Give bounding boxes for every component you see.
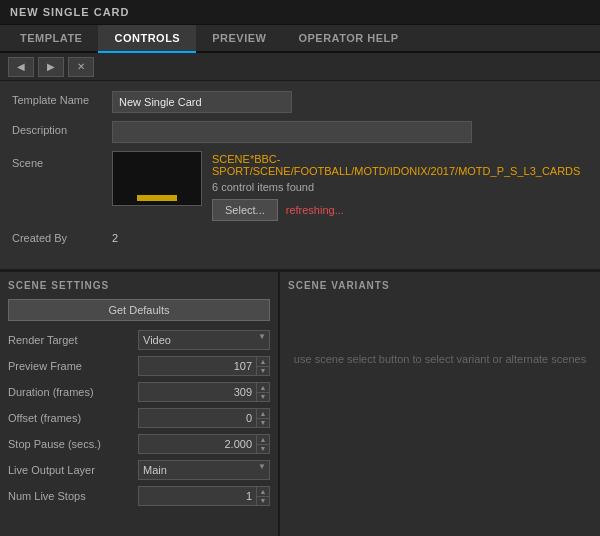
tab-preview[interactable]: PREVIEW — [196, 25, 282, 53]
preview-frame-arrows: ▲ ▼ — [256, 356, 270, 376]
render-target-row: Render Target Video Disk Preview — [8, 329, 270, 351]
refreshing-status: refreshing... — [286, 204, 344, 216]
description-label: Description — [12, 121, 112, 136]
form-area: Template Name Description Scene SCENE*BB… — [0, 81, 600, 270]
forward-button[interactable]: ▶ — [38, 57, 64, 77]
num-live-stops-spinbox: ▲ ▼ — [138, 486, 270, 506]
duration-input[interactable] — [138, 382, 256, 402]
scene-settings-panel: SCENE SETTINGS Get Defaults Render Targe… — [0, 270, 280, 536]
bottom-panels: SCENE SETTINGS Get Defaults Render Targe… — [0, 270, 600, 536]
duration-frames-value: ▲ ▼ — [138, 382, 270, 402]
thumbnail-bar — [137, 195, 177, 201]
preview-frame-up[interactable]: ▲ — [257, 357, 269, 367]
render-target-select-wrapper: Video Disk Preview — [138, 330, 270, 350]
stop-pause-spinbox: ▲ ▼ — [138, 434, 270, 454]
duration-up[interactable]: ▲ — [257, 383, 269, 393]
duration-down[interactable]: ▼ — [257, 393, 269, 402]
title-text: NEW SINGLE CARD — [10, 6, 130, 18]
stop-pause-input[interactable] — [138, 434, 256, 454]
scene-variants-placeholder: use scene select button to select varian… — [288, 351, 592, 369]
scene-row: Scene SCENE*BBC-SPORT/SCENE/FOOTBALL/MOT… — [12, 151, 588, 221]
title-bar: NEW SINGLE CARD — [0, 0, 600, 25]
num-live-stops-label: Num Live Stops — [8, 490, 138, 502]
created-by-label: Created By — [12, 229, 112, 244]
description-input[interactable] — [112, 121, 472, 143]
preview-frame-row: Preview Frame ▲ ▼ — [8, 355, 270, 377]
stop-pause-down[interactable]: ▼ — [257, 445, 269, 454]
scene-variants-title: SCENE VARIANTS — [288, 280, 592, 291]
num-live-stops-value: ▲ ▼ — [138, 486, 270, 506]
stop-pause-row: Stop Pause (secs.) ▲ ▼ — [8, 433, 270, 455]
render-target-select[interactable]: Video Disk Preview — [138, 330, 270, 350]
scene-content: SCENE*BBC-SPORT/SCENE/FOOTBALL/MOTD/IDON… — [112, 151, 588, 221]
back-button[interactable]: ◀ — [8, 57, 34, 77]
offset-frames-row: Offset (frames) ▲ ▼ — [8, 407, 270, 429]
get-defaults-button[interactable]: Get Defaults — [8, 299, 270, 321]
preview-frame-value: ▲ ▼ — [138, 356, 270, 376]
tab-controls[interactable]: CONTROLS — [98, 25, 196, 53]
num-live-stops-arrows: ▲ ▼ — [256, 486, 270, 506]
num-live-stops-down[interactable]: ▼ — [257, 497, 269, 506]
live-output-layer-row: Live Output Layer Main Overlay Sub — [8, 459, 270, 481]
scene-info: SCENE*BBC-SPORT/SCENE/FOOTBALL/MOTD/IDON… — [212, 151, 588, 221]
preview-frame-down[interactable]: ▼ — [257, 367, 269, 376]
offset-spinbox: ▲ ▼ — [138, 408, 270, 428]
live-output-layer-label: Live Output Layer — [8, 464, 138, 476]
num-live-stops-row: Num Live Stops ▲ ▼ — [8, 485, 270, 507]
duration-spinbox: ▲ ▼ — [138, 382, 270, 402]
preview-frame-label: Preview Frame — [8, 360, 138, 372]
scene-count: 6 control items found — [212, 181, 588, 193]
preview-frame-spinbox: ▲ ▼ — [138, 356, 270, 376]
stop-pause-label: Stop Pause (secs.) — [8, 438, 138, 450]
tab-template[interactable]: TEMPLATE — [4, 25, 98, 53]
created-by-value: 2 — [112, 229, 118, 244]
num-live-stops-input[interactable] — [138, 486, 256, 506]
stop-pause-arrows: ▲ ▼ — [256, 434, 270, 454]
toolbar: ◀ ▶ ✕ — [0, 53, 600, 81]
created-by-row: Created By 2 — [12, 229, 588, 251]
scene-settings-title: SCENE SETTINGS — [8, 280, 270, 291]
stop-pause-value: ▲ ▼ — [138, 434, 270, 454]
duration-frames-row: Duration (frames) ▲ ▼ — [8, 381, 270, 403]
offset-frames-value: ▲ ▼ — [138, 408, 270, 428]
scene-actions: Select... refreshing... — [212, 199, 588, 221]
render-target-value: Video Disk Preview — [138, 330, 270, 350]
duration-frames-label: Duration (frames) — [8, 386, 138, 398]
live-output-layer-value: Main Overlay Sub — [138, 460, 270, 480]
scene-thumbnail — [112, 151, 202, 206]
num-live-stops-up[interactable]: ▲ — [257, 487, 269, 497]
scene-label: Scene — [12, 151, 112, 169]
select-button[interactable]: Select... — [212, 199, 278, 221]
template-name-input[interactable] — [112, 91, 292, 113]
tab-bar: TEMPLATE CONTROLS PREVIEW OPERATOR HELP — [0, 25, 600, 53]
tab-operator-help[interactable]: OPERATOR HELP — [282, 25, 414, 53]
duration-arrows: ▲ ▼ — [256, 382, 270, 402]
description-row: Description — [12, 121, 588, 143]
scene-path: SCENE*BBC-SPORT/SCENE/FOOTBALL/MOTD/IDON… — [212, 153, 588, 177]
scene-variants-panel: SCENE VARIANTS use scene select button t… — [280, 270, 600, 536]
live-output-layer-select-wrapper: Main Overlay Sub — [138, 460, 270, 480]
template-name-row: Template Name — [12, 91, 588, 113]
offset-input[interactable] — [138, 408, 256, 428]
offset-down[interactable]: ▼ — [257, 419, 269, 428]
live-output-layer-select[interactable]: Main Overlay Sub — [138, 460, 270, 480]
template-name-label: Template Name — [12, 91, 112, 106]
close-button[interactable]: ✕ — [68, 57, 94, 77]
offset-frames-label: Offset (frames) — [8, 412, 138, 424]
offset-arrows: ▲ ▼ — [256, 408, 270, 428]
render-target-label: Render Target — [8, 334, 138, 346]
preview-frame-input[interactable] — [138, 356, 256, 376]
stop-pause-up[interactable]: ▲ — [257, 435, 269, 445]
offset-up[interactable]: ▲ — [257, 409, 269, 419]
